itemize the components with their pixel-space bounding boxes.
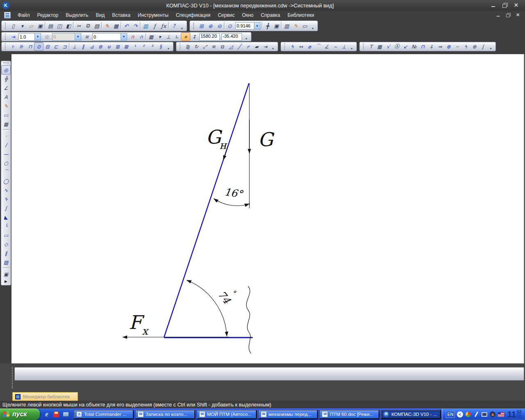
fastener-icon-7[interactable]: ⊐ <box>60 43 69 50</box>
drawing-canvas[interactable]: G н G 16° 74 ° F x <box>11 54 524 363</box>
leader-icon[interactable]: ↙ <box>401 43 410 50</box>
task-kompas[interactable]: КОМПАС-3D V10 - ... <box>381 410 441 419</box>
chevron-down-icon[interactable]: ▼ <box>254 22 260 30</box>
center-mark-icon[interactable]: ⊕ <box>470 43 479 50</box>
snaps-toggle-icon[interactable]: ∗ <box>181 33 190 41</box>
copy-object-icon[interactable]: ⧉ <box>218 43 226 50</box>
fastener-icon-2[interactable]: ⊪ <box>17 43 26 50</box>
open-document-icon[interactable]: ▱ <box>27 22 36 30</box>
scale-icon[interactable]: ⤢ <box>201 43 209 50</box>
menu-help[interactable]: Справка <box>257 11 284 19</box>
dimensions-panel-icon[interactable]: ╬ <box>2 75 10 83</box>
zoom-in-icon[interactable]: ⊕ <box>206 22 215 30</box>
angle-dimension-icon[interactable]: ∠ <box>322 43 331 50</box>
mirror-icon[interactable]: ≋ <box>209 43 218 50</box>
radius-dimension-icon[interactable]: ⌒ <box>314 43 322 50</box>
toolbar-options-icon[interactable]: ▾ <box>310 27 315 31</box>
label-g[interactable]: G <box>258 128 274 151</box>
library-manager-tab[interactable]: Менеджер библиотек <box>12 392 78 401</box>
minimize-button[interactable] <box>491 3 496 8</box>
text-icon[interactable]: T <box>367 43 375 50</box>
antivirus-icon[interactable] <box>465 411 471 418</box>
angle-74-arc[interactable] <box>187 280 227 336</box>
spline-tool-icon[interactable]: ∿ <box>2 186 10 194</box>
fastener-icon-18[interactable]: § <box>156 43 165 50</box>
tray-clock[interactable]: 11 52 Пт <box>507 410 522 418</box>
angle-16-arc[interactable] <box>214 199 249 206</box>
print-setup-icon[interactable]: ◧ <box>64 22 73 30</box>
display-icon[interactable] <box>481 411 488 418</box>
view-label-icon[interactable]: ⊓ <box>418 43 427 50</box>
redraw-icon[interactable]: ✎ <box>291 22 300 30</box>
menu-editor[interactable]: Редактор <box>34 11 62 19</box>
datum-icon[interactable]: Ⓐ <box>393 43 401 50</box>
snap-setup-icon[interactable]: ∩ <box>137 33 146 41</box>
redo-icon[interactable]: ↷ <box>131 22 140 30</box>
fastener-icon-4[interactable]: ⊙ <box>34 43 43 50</box>
grid-icon[interactable]: ▦ <box>147 33 155 41</box>
zoom-out-icon[interactable]: ⊖ <box>215 22 224 30</box>
cut-icon[interactable]: ✂ <box>74 22 83 30</box>
toolbar-grip[interactable] <box>193 23 195 30</box>
designations-panel-icon[interactable]: ∠ <box>2 84 10 92</box>
paste-icon[interactable]: ▧ <box>92 22 101 30</box>
fillet-tool-icon[interactable]: ╰ <box>2 222 10 231</box>
print-preview-icon[interactable]: ◫ <box>55 22 64 30</box>
section-arrow-icon[interactable]: ⇓ <box>427 43 436 50</box>
us-flag-icon[interactable] <box>498 411 504 418</box>
ortho-icon[interactable]: ∟ <box>173 33 181 41</box>
arc-tool-icon[interactable]: ⌒ <box>2 168 10 176</box>
rotate-icon[interactable]: ↻ <box>192 43 201 50</box>
height-dimension-icon[interactable]: ⊥ <box>340 43 348 50</box>
floppy-icon[interactable] <box>52 411 60 418</box>
zoom-area-icon[interactable]: ⊙ <box>225 22 234 30</box>
label-angle-74-degree[interactable]: ° <box>232 289 237 298</box>
menu-tools[interactable]: Инструменты <box>134 11 172 19</box>
punto-pen-icon[interactable] <box>473 411 479 418</box>
menu-window[interactable]: Окно <box>238 11 257 19</box>
menu-file[interactable]: Файл <box>14 11 34 19</box>
page-layout-icon[interactable]: ▭ <box>300 22 309 30</box>
step-value-input[interactable] <box>18 33 35 41</box>
a-badge-icon[interactable]: a <box>489 411 496 418</box>
view-arrow-icon[interactable]: ⇒ <box>436 43 444 50</box>
fastener-icon-13[interactable]: ⊞ <box>113 43 122 50</box>
show-all-icon[interactable]: ▣ <box>272 22 281 30</box>
library-manager-icon[interactable]: ▥ <box>141 22 150 30</box>
copy-properties-icon[interactable]: ✎ <box>103 22 112 30</box>
hide-icons-chevron-icon[interactable]: < <box>457 411 463 418</box>
toolbar-grip[interactable] <box>363 43 365 50</box>
grid-dropdown-icon[interactable]: ▾ <box>155 33 164 41</box>
toolbar-options-icon[interactable]: ▾ <box>180 27 184 31</box>
restore-button[interactable] <box>502 3 508 8</box>
shift-object-icon[interactable]: ⧎ <box>183 43 192 50</box>
ellipse-tool-icon[interactable]: ◯ <box>2 177 10 185</box>
panel-grip[interactable] <box>3 62 9 64</box>
zoom-value-input[interactable] <box>235 22 254 30</box>
specification-panel-icon[interactable]: ▦ <box>2 120 10 128</box>
quick-divide-icon[interactable]: ϟ <box>461 43 470 50</box>
label-angle-74[interactable]: 74 <box>215 288 233 306</box>
start-button[interactable]: пуск <box>0 409 40 420</box>
pan-icon[interactable]: ╋ <box>263 22 272 30</box>
zoom-frame-icon[interactable]: ⊞ <box>197 22 206 30</box>
toolbar-grip[interactable] <box>5 23 7 30</box>
measure-panel-icon[interactable]: A <box>2 93 10 101</box>
local-cs-icon[interactable]: ⊥ <box>164 33 173 41</box>
hatch-tool-icon[interactable]: ▨ <box>2 258 10 267</box>
rebuild-icon[interactable]: ▥ <box>282 22 291 30</box>
fastener-icon-11[interactable]: ⊛ <box>96 43 105 50</box>
document-icon[interactable] <box>4 12 11 18</box>
copies-icon[interactable]: ⧉ <box>42 33 51 41</box>
internet-explorer-icon[interactable]: e <box>43 411 50 418</box>
arc-dimension-icon[interactable]: ⌢ <box>331 43 340 50</box>
toolbar-options-icon[interactable]: ▾ <box>244 37 249 41</box>
task-zapiska[interactable]: Записка по козло... <box>135 410 195 419</box>
expand-panel-icon[interactable]: ▶ <box>2 279 10 283</box>
rectangle-tool-icon[interactable]: ▭ <box>2 231 10 240</box>
fastener-icon-17[interactable]: ³ <box>148 43 156 50</box>
x-coordinate-field[interactable]: 1580.20 <box>199 33 220 41</box>
numbering-icon[interactable]: № <box>410 43 418 50</box>
wavy-line-icon[interactable]: ʃ <box>479 43 487 50</box>
fastener-icon-12[interactable]: ⊎ <box>105 43 113 50</box>
